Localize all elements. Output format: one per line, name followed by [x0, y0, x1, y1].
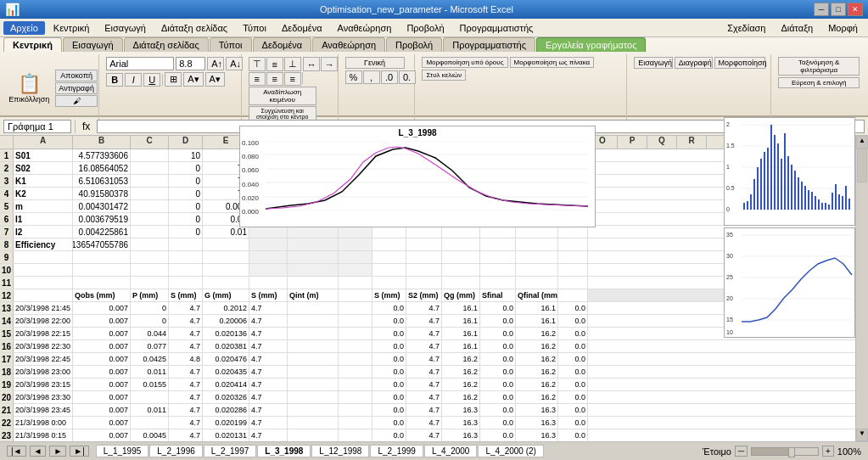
cell-j17[interactable]: 4.7 — [406, 353, 442, 365]
cell-b4[interactable]: 40.91580378 — [73, 188, 131, 199]
cell-c16[interactable]: 0.077 — [131, 340, 169, 352]
cell-k23[interactable]: 16.3 — [442, 429, 480, 441]
cell-d9[interactable] — [169, 251, 203, 263]
cell-a15[interactable]: 20/3/1998 22:15 — [14, 328, 73, 339]
sheet-nav-prev[interactable]: ◄ — [30, 446, 47, 457]
cell-m11[interactable] — [516, 277, 558, 289]
cell-b23[interactable]: 0.007 — [73, 429, 131, 441]
cell-i10[interactable] — [372, 264, 406, 276]
conditional-format-button[interactable]: Μορφοποίηση υπό όρους — [422, 57, 507, 68]
cell-a23[interactable]: 21/3/1998 0:15 — [14, 429, 73, 441]
cell-d22[interactable]: 4.7 — [169, 417, 203, 429]
cell-n13[interactable]: 0.0 — [558, 302, 588, 314]
number-format-button[interactable]: Γενική — [345, 57, 405, 69]
cell-h19[interactable] — [339, 379, 372, 390]
cut-button[interactable]: Αποκοπή — [55, 70, 98, 81]
cell-g17[interactable] — [288, 353, 339, 365]
cell-e18[interactable]: 0.020435 — [203, 366, 249, 378]
cell-d13[interactable]: 4.7 — [169, 302, 203, 314]
vertical-scrollbar[interactable]: ▲ ▼ — [855, 136, 868, 441]
cell-c22[interactable] — [131, 417, 169, 429]
menu-layout[interactable]: Διάταξη — [774, 21, 820, 35]
cell-h15[interactable] — [339, 328, 372, 339]
cell-e13[interactable]: 0.2012 — [203, 302, 249, 314]
cell-n23[interactable]: 0.0 — [558, 429, 588, 441]
cell-f22[interactable]: 4.7 — [249, 417, 288, 429]
cell-c17[interactable]: 0.0425 — [131, 353, 169, 365]
sheet-tab-l1-1995[interactable]: L_1_1995 — [96, 445, 149, 457]
wrap-text-button[interactable]: Αναδίπλωση κειμένου — [249, 87, 316, 105]
cell-e23[interactable]: 0.020131 — [203, 429, 249, 441]
cell-a22[interactable]: 21/3/1998 0:00 — [14, 417, 73, 429]
underline-button[interactable]: U — [143, 73, 160, 87]
cell-k21[interactable]: 16.3 — [442, 404, 480, 416]
cell-m8[interactable] — [516, 238, 558, 250]
cell-m18[interactable]: 16.2 — [516, 366, 558, 378]
cell-i11[interactable] — [372, 277, 406, 289]
col-header-r[interactable]: R — [677, 136, 707, 149]
cell-b11[interactable] — [73, 277, 131, 289]
cell-h22[interactable] — [339, 417, 372, 429]
cell-g20[interactable] — [288, 391, 339, 403]
cell-l22[interactable]: 0.0 — [480, 417, 516, 429]
cell-m12[interactable]: Qfinal (mm) — [516, 289, 558, 301]
cell-e10[interactable] — [203, 264, 249, 276]
cell-l21[interactable]: 0.0 — [480, 404, 516, 416]
cell-c2[interactable] — [131, 162, 169, 174]
cell-k13[interactable]: 16.1 — [442, 302, 480, 314]
cell-c4[interactable] — [131, 188, 169, 199]
cell-a21[interactable]: 20/3/1998 23:45 — [14, 404, 73, 416]
align-bottom-button[interactable]: ⊥ — [284, 57, 301, 71]
cell-g21[interactable] — [288, 404, 339, 416]
cell-j10[interactable] — [406, 264, 442, 276]
cell-g23[interactable] — [288, 429, 339, 441]
close-button[interactable]: ✕ — [848, 3, 863, 16]
cell-h12[interactable] — [339, 289, 372, 301]
cell-a3[interactable]: K1 — [14, 175, 73, 187]
cell-b8[interactable]: 0.9136547055786 — [73, 238, 131, 250]
cell-n9[interactable] — [558, 251, 588, 263]
cell-m23[interactable]: 16.3 — [516, 429, 558, 441]
cell-m7[interactable] — [516, 226, 558, 238]
indent-button[interactable]: → — [321, 57, 338, 71]
cell-l18[interactable]: 0.0 — [480, 366, 516, 378]
cell-n15[interactable]: 0.0 — [558, 328, 588, 339]
cell-k9[interactable] — [442, 251, 480, 263]
cell-a6[interactable]: I1 — [14, 213, 73, 225]
cell-e14[interactable]: 0.20006 — [203, 315, 249, 327]
maximize-button[interactable]: □ — [831, 3, 846, 16]
cell-d18[interactable]: 4.7 — [169, 366, 203, 378]
cell-c20[interactable] — [131, 391, 169, 403]
cell-m13[interactable]: 16.1 — [516, 302, 558, 314]
cell-d12[interactable]: S (mm) — [169, 289, 203, 301]
cell-b15[interactable]: 0.007 — [73, 328, 131, 339]
cell-e12[interactable]: G (mm) — [203, 289, 249, 301]
cell-j21[interactable]: 4.7 — [406, 404, 442, 416]
cell-e19[interactable]: 0.020414 — [203, 379, 249, 390]
cell-a17[interactable]: 20/3/1998 22:45 — [14, 353, 73, 365]
cell-n11[interactable] — [558, 277, 588, 289]
sheet-tab-l2-1999[interactable]: L_2_1999 — [370, 445, 423, 457]
cell-b7[interactable]: 0.004225861 — [73, 226, 131, 238]
copy-button[interactable]: Αντιγραφή — [55, 82, 98, 94]
percent-button[interactable]: % — [345, 70, 362, 84]
sheet-nav-last[interactable]: ►| — [70, 446, 89, 457]
sheet-tab-l4-2000-2[interactable]: L_4_2000 (2) — [478, 445, 544, 457]
right-chart-top[interactable]: 2 1.5 1 0.5 0 — [724, 117, 855, 226]
cell-i21[interactable]: 0.0 — [372, 404, 406, 416]
cell-c3[interactable] — [131, 175, 169, 187]
cell-e16[interactable]: 0.020381 — [203, 340, 249, 352]
cell-c23[interactable]: 0.0045 — [131, 429, 169, 441]
cell-c6[interactable] — [131, 213, 169, 225]
cell-j20[interactable]: 4.7 — [406, 391, 442, 403]
cell-j16[interactable]: 4.7 — [406, 340, 442, 352]
cell-e11[interactable] — [203, 277, 249, 289]
bold-button[interactable]: Β — [106, 73, 123, 87]
cell-g22[interactable] — [288, 417, 339, 429]
cell-a19[interactable]: 20/3/1998 23:15 — [14, 379, 73, 390]
cell-i7[interactable] — [372, 226, 406, 238]
cell-i15[interactable]: 0.0 — [372, 328, 406, 339]
cell-h20[interactable] — [339, 391, 372, 403]
cell-h14[interactable] — [339, 315, 372, 327]
cell-c5[interactable] — [131, 200, 169, 212]
